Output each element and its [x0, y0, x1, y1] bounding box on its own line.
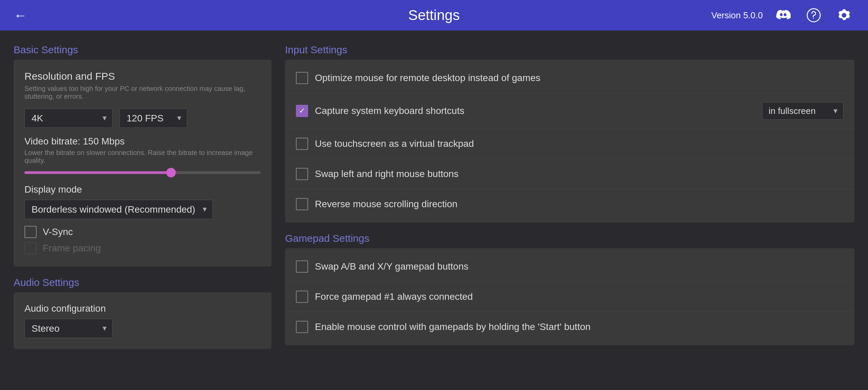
- capture-keyboard-dropdown-wrapper: in fullscreen always never ▼: [762, 102, 844, 120]
- touchscreen-checkbox[interactable]: [296, 138, 308, 150]
- page-title: Settings: [408, 7, 460, 23]
- help-icon[interactable]: [804, 5, 824, 25]
- touchscreen-label: Use touchscreen as a virtual trackpad: [315, 138, 844, 149]
- capture-keyboard-row: Capture system keyboard shortcuts in ful…: [285, 93, 854, 129]
- swap-ab-row: Swap A/B and X/Y gamepad buttons: [285, 252, 854, 282]
- capture-keyboard-label: Capture system keyboard shortcuts: [315, 105, 749, 116]
- settings-icon[interactable]: [834, 5, 854, 25]
- fps-select[interactable]: 120 FPS 60 FPS 30 FPS: [119, 109, 187, 128]
- reverse-scroll-label: Reverse mouse scrolling direction: [315, 199, 844, 210]
- resolution-select-wrapper: 4K 1440p 1080p 720p ▼: [24, 109, 113, 128]
- optimize-mouse-row: Optimize mouse for remote desktop instea…: [285, 63, 854, 93]
- gamepad-settings-title: Gamepad Settings: [285, 233, 854, 244]
- frame-pacing-label: Frame pacing: [43, 243, 101, 254]
- basic-settings-section: Basic Settings Resolution and FPS Settin…: [14, 44, 271, 267]
- bitrate-slider-fill: [24, 171, 171, 174]
- audio-settings-section: Audio Settings Audio configuration Stere…: [14, 277, 271, 349]
- capture-keyboard-select[interactable]: in fullscreen always never: [762, 102, 844, 120]
- input-settings-section: Input Settings Optimize mouse for remote…: [285, 44, 854, 222]
- optimize-mouse-checkbox[interactable]: [296, 72, 308, 84]
- fps-select-wrapper: 120 FPS 60 FPS 30 FPS ▼: [119, 109, 187, 128]
- display-mode-select-wrapper: Borderless windowed (Recommended) Fullsc…: [24, 200, 213, 219]
- display-mode-label: Display mode: [24, 184, 261, 195]
- reverse-scroll-row: Reverse mouse scrolling direction: [285, 189, 854, 219]
- swap-ab-label: Swap A/B and X/Y gamepad buttons: [315, 261, 844, 272]
- bitrate-subtitle: Lower the bitrate on slower connections.…: [24, 149, 261, 164]
- audio-select-wrapper: Stereo 5.1 Surround 7.1 Surround ▼: [24, 319, 113, 338]
- header: ← Settings Version 5.0.0: [0, 0, 868, 31]
- mouse-gamepad-row: Enable mouse control with gamepads by ho…: [285, 312, 854, 342]
- audio-select[interactable]: Stereo 5.1 Surround 7.1 Surround: [24, 319, 113, 338]
- resolution-fps-row: 4K 1440p 1080p 720p ▼ 120 FPS 60 FPS 30 …: [24, 109, 261, 128]
- display-mode-select[interactable]: Borderless windowed (Recommended) Fullsc…: [24, 200, 213, 219]
- mouse-gamepad-label: Enable mouse control with gamepads by ho…: [315, 321, 844, 332]
- res-fps-title: Resolution and FPS: [24, 71, 261, 82]
- gamepad-settings-section: Gamepad Settings Swap A/B and X/Y gamepa…: [285, 233, 854, 345]
- optimize-mouse-label: Optimize mouse for remote desktop instea…: [315, 73, 844, 83]
- reverse-scroll-checkbox[interactable]: [296, 198, 308, 210]
- version-label: Version 5.0.0: [711, 10, 763, 21]
- force-gamepad-label: Force gamepad #1 always connected: [315, 291, 844, 302]
- swap-ab-checkbox[interactable]: [296, 260, 308, 273]
- input-settings-card: Optimize mouse for remote desktop instea…: [285, 60, 854, 222]
- touchscreen-row: Use touchscreen as a virtual trackpad: [285, 129, 854, 159]
- header-right: Version 5.0.0: [711, 5, 854, 25]
- bitrate-slider-thumb[interactable]: [166, 168, 176, 177]
- left-column: Basic Settings Resolution and FPS Settin…: [14, 44, 271, 376]
- force-gamepad-checkbox[interactable]: [296, 291, 308, 303]
- audio-config-label: Audio configuration: [24, 303, 261, 314]
- main-content: Basic Settings Resolution and FPS Settin…: [0, 31, 868, 390]
- bitrate-label: Video bitrate: 150 Mbps: [24, 136, 261, 147]
- back-button[interactable]: ←: [14, 8, 27, 23]
- swap-mouse-label: Swap left and right mouse buttons: [315, 169, 844, 179]
- mouse-gamepad-checkbox[interactable]: [296, 321, 308, 333]
- res-fps-subtitle: Setting values too high for your PC or n…: [24, 85, 261, 100]
- vsync-label: V-Sync: [43, 227, 73, 237]
- bitrate-slider-track[interactable]: [24, 171, 261, 174]
- basic-settings-title: Basic Settings: [14, 44, 271, 56]
- swap-mouse-checkbox[interactable]: [296, 168, 308, 180]
- discord-icon[interactable]: [773, 5, 793, 25]
- vsync-checkbox[interactable]: [24, 226, 37, 238]
- resolution-select[interactable]: 4K 1440p 1080p 720p: [24, 109, 113, 128]
- swap-mouse-row: Swap left and right mouse buttons: [285, 159, 854, 189]
- vsync-checkbox-row: V-Sync: [24, 226, 261, 238]
- audio-settings-title: Audio Settings: [14, 277, 271, 288]
- capture-keyboard-checkbox[interactable]: [296, 105, 308, 117]
- svg-point-1: [813, 18, 814, 19]
- gamepad-settings-card: Swap A/B and X/Y gamepad buttons Force g…: [285, 248, 854, 345]
- force-gamepad-row: Force gamepad #1 always connected: [285, 282, 854, 312]
- audio-config-card: Audio configuration Stereo 5.1 Surround …: [14, 292, 271, 349]
- vsync-row: V-Sync: [24, 226, 261, 238]
- resolution-fps-card: Resolution and FPS Setting values too hi…: [14, 60, 271, 267]
- frame-pacing-row: Frame pacing: [24, 242, 261, 254]
- right-column: Input Settings Optimize mouse for remote…: [285, 44, 854, 376]
- input-settings-title: Input Settings: [285, 44, 854, 56]
- frame-pacing-checkbox: [24, 242, 37, 254]
